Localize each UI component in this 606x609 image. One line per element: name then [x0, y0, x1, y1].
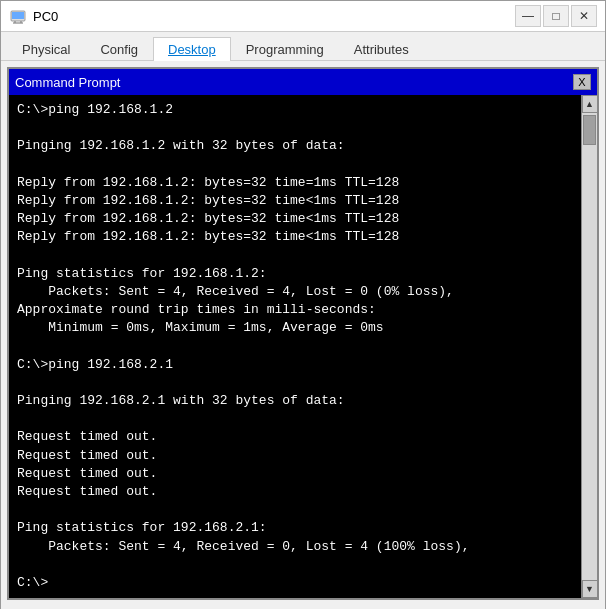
terminal-title: Command Prompt	[15, 75, 120, 90]
maximize-button[interactable]: □	[543, 5, 569, 27]
tab-config[interactable]: Config	[85, 37, 153, 61]
content-area: Command Prompt X C:\>ping 192.168.1.2 Pi…	[1, 61, 605, 606]
tab-physical[interactable]: Physical	[7, 37, 85, 61]
tab-programming[interactable]: Programming	[231, 37, 339, 61]
terminal-scrollbar: ▲ ▼	[581, 95, 597, 598]
terminal-body-wrapper: C:\>ping 192.168.1.2 Pinging 192.168.1.2…	[9, 95, 597, 598]
scroll-track[interactable]	[582, 113, 597, 580]
window-controls: — □ ✕	[515, 5, 597, 27]
tab-bar: Physical Config Desktop Programming Attr…	[1, 32, 605, 61]
terminal-title-bar: Command Prompt X	[9, 69, 597, 95]
close-window-button[interactable]: ✕	[571, 5, 597, 27]
scroll-thumb[interactable]	[583, 115, 596, 145]
title-bar: PC0 — □ ✕	[1, 1, 605, 32]
terminal-window: Command Prompt X C:\>ping 192.168.1.2 Pi…	[7, 67, 599, 600]
scroll-down-button[interactable]: ▼	[582, 580, 598, 598]
tab-desktop[interactable]: Desktop	[153, 37, 231, 61]
svg-rect-1	[12, 12, 24, 19]
app-icon	[9, 7, 27, 25]
main-window: PC0 — □ ✕ Physical Config Desktop Progra…	[0, 0, 606, 609]
window-title: PC0	[33, 9, 515, 24]
minimize-button[interactable]: —	[515, 5, 541, 27]
tab-attributes[interactable]: Attributes	[339, 37, 424, 61]
terminal-close-button[interactable]: X	[573, 74, 591, 90]
terminal-output[interactable]: C:\>ping 192.168.1.2 Pinging 192.168.1.2…	[9, 95, 581, 598]
scroll-up-button[interactable]: ▲	[582, 95, 598, 113]
